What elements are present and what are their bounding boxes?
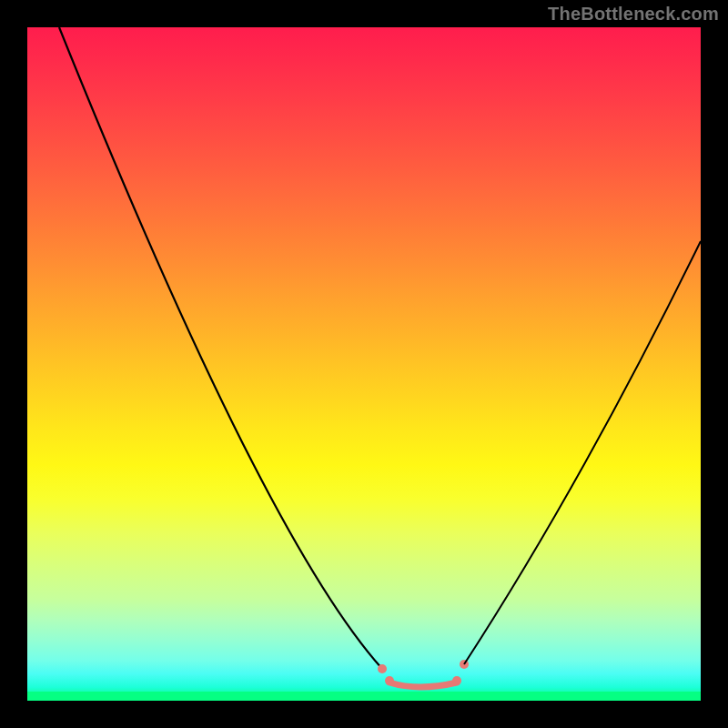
marker-right-2 [452, 676, 461, 685]
plot-area [27, 27, 701, 701]
chart-container: TheBottleneck.com [0, 0, 728, 728]
watermark-text: TheBottleneck.com [548, 4, 719, 25]
curve-right [464, 241, 701, 664]
marker-left [378, 664, 387, 673]
curve-left [59, 27, 382, 669]
curve-overlay [27, 27, 701, 701]
bottom-run [389, 682, 457, 687]
